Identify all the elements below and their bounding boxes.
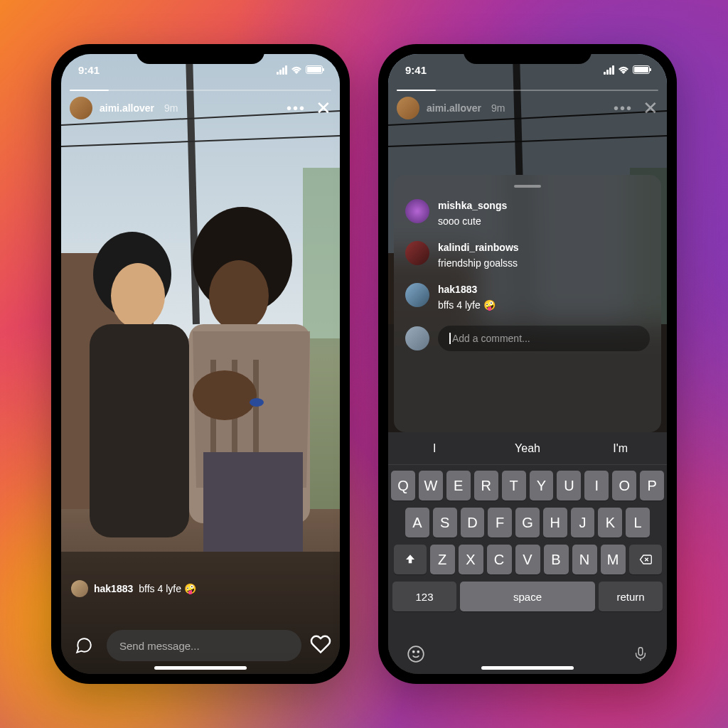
letter-key[interactable]: A (405, 508, 429, 537)
numbers-key[interactable]: 123 (392, 582, 456, 611)
comment-item[interactable]: hak1883 bffs 4 lyfe 🤪 (405, 283, 650, 312)
wifi-icon (291, 65, 302, 74)
more-options-icon[interactable]: ••• (287, 105, 306, 112)
prediction-option[interactable]: I'm (574, 442, 667, 455)
home-indicator[interactable] (481, 666, 574, 670)
author-avatar[interactable] (70, 97, 92, 119)
status-indicators (604, 65, 650, 75)
author-username[interactable]: aimi.allover (427, 102, 481, 114)
comments-sheet: mishka_songs sooo cute kalindi_rainbows … (394, 175, 661, 432)
status-time: 9:41 (78, 64, 100, 76)
commenter-avatar (71, 580, 88, 597)
keyboard-predictions: I Yeah I'm (388, 432, 667, 465)
heart-icon (310, 633, 331, 655)
svg-rect-8 (90, 324, 189, 537)
svg-point-28 (408, 646, 424, 662)
story-header: aimi.allover 9m ••• ✕ (70, 97, 331, 119)
shift-key[interactable] (394, 545, 427, 574)
wifi-icon (618, 65, 629, 74)
letter-key[interactable]: B (544, 545, 569, 574)
letter-key[interactable]: H (543, 508, 567, 537)
send-message-input[interactable]: Send message... (107, 630, 301, 661)
more-options-icon[interactable]: ••• (614, 105, 633, 112)
status-time: 9:41 (405, 64, 427, 76)
comment-text: friendship goalsss (438, 257, 518, 269)
comment-text: bffs 4 lyfe 🤪 (438, 299, 496, 311)
drag-handle[interactable] (514, 185, 541, 188)
commenter-avatar (405, 283, 429, 307)
self-avatar (405, 326, 429, 350)
comment-item[interactable]: kalindi_rainbows friendship goalsss (405, 241, 650, 270)
keyboard-row: QWERTYUIOP (391, 471, 664, 500)
letter-key[interactable]: D (461, 508, 485, 537)
letter-key[interactable]: G (515, 508, 540, 537)
svg-point-7 (111, 263, 165, 328)
backspace-key[interactable] (629, 545, 662, 574)
story-timestamp: 9m (491, 102, 505, 114)
letter-key[interactable]: R (474, 471, 498, 500)
letter-key[interactable]: S (433, 508, 457, 537)
commenter-username: kalindi_rainbows (438, 241, 519, 255)
letter-key[interactable]: X (459, 545, 483, 574)
letter-key[interactable]: Z (430, 545, 455, 574)
letter-key[interactable]: K (598, 508, 622, 537)
status-indicators (277, 65, 323, 75)
add-comment-row: Add a comment... (405, 326, 650, 351)
story-progress-bar[interactable] (70, 90, 331, 91)
letter-key[interactable]: P (640, 471, 664, 500)
letter-key[interactable]: T (502, 471, 526, 500)
letter-key[interactable]: I (584, 471, 609, 500)
story-timestamp: 9m (164, 102, 178, 114)
space-key[interactable]: space (460, 582, 595, 611)
svg-rect-31 (638, 648, 643, 655)
letter-key[interactable]: M (601, 545, 626, 574)
commenter-avatar (405, 199, 429, 223)
home-indicator[interactable] (154, 666, 247, 670)
battery-icon (306, 65, 323, 74)
commenter-username: mishka_songs (438, 199, 507, 213)
svg-point-17 (250, 398, 264, 407)
phone-notch (136, 44, 264, 64)
story-header: aimi.allover 9m ••• ✕ (397, 97, 658, 119)
author-avatar[interactable] (397, 97, 419, 119)
cellular-icon (604, 65, 614, 75)
close-icon[interactable]: ✕ (316, 99, 331, 117)
phone-screen: 9:41 aimi.allover 9m ••• ✕ hak1883 bffs … (61, 54, 340, 674)
add-comment-input[interactable]: Add a comment... (438, 326, 650, 351)
microphone-icon[interactable] (633, 645, 648, 666)
letter-key[interactable]: W (419, 471, 443, 500)
story-footer: Send message... (70, 630, 331, 661)
letter-key[interactable]: Q (391, 471, 415, 500)
letter-key[interactable]: V (515, 545, 540, 574)
close-icon[interactable]: ✕ (643, 99, 658, 117)
svg-point-16 (193, 370, 257, 420)
comment-item[interactable]: mishka_songs sooo cute (405, 199, 650, 228)
letter-key[interactable]: F (488, 508, 512, 537)
letter-key[interactable]: E (446, 471, 471, 500)
commenter-username: hak1883 (438, 283, 496, 297)
keyboard-row: ZXCVBNM (391, 545, 664, 574)
letter-key[interactable]: N (572, 545, 597, 574)
commenter-avatar (405, 241, 429, 265)
phone-screen: 9:41 aimi.allover 9m ••• ✕ mishka_son (388, 54, 667, 674)
add-comment-placeholder: Add a comment... (452, 333, 530, 344)
comments-icon[interactable] (70, 631, 98, 660)
author-username[interactable]: aimi.allover (100, 102, 154, 114)
phone-mockup-right: 9:41 aimi.allover 9m ••• ✕ mishka_son (378, 44, 677, 684)
keyboard-row: 123 space return (391, 582, 664, 611)
letter-key[interactable]: O (612, 471, 636, 500)
letter-key[interactable]: L (626, 508, 650, 537)
letter-key[interactable]: U (557, 471, 581, 500)
letter-key[interactable]: C (487, 545, 512, 574)
commenter-username: hak1883 (94, 583, 133, 594)
like-button[interactable] (310, 633, 331, 658)
text-cursor (449, 333, 451, 344)
emoji-icon[interactable] (407, 645, 425, 666)
letter-key[interactable]: J (571, 508, 595, 537)
return-key[interactable]: return (599, 582, 663, 611)
story-comment-overlay[interactable]: hak1883 bffs 4 lyfe 🤪 (71, 580, 196, 597)
commenter-text: bffs 4 lyfe 🤪 (139, 583, 196, 594)
letter-key[interactable]: Y (530, 471, 554, 500)
prediction-option[interactable]: I (388, 442, 481, 455)
prediction-option[interactable]: Yeah (481, 442, 574, 455)
